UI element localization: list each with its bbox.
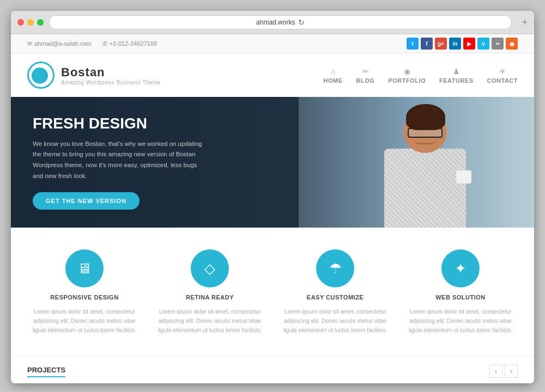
- browser-titlebar: ahmad.works ↻ +: [11, 11, 534, 34]
- customize-icon: ☂: [316, 249, 354, 287]
- projects-section: PROJECTS ‹ ›: [11, 356, 534, 383]
- person-shirt: [384, 149, 466, 228]
- youtube-icon[interactable]: ▶: [463, 38, 475, 50]
- projects-next-button[interactable]: ›: [505, 365, 518, 378]
- nav-contact-label: CONTACT: [487, 77, 518, 84]
- top-bar: ✉ ahmad@a-salah.com ✆ +2-012-24627169 t …: [11, 34, 534, 53]
- projects-prev-button[interactable]: ‹: [489, 365, 502, 378]
- hero-cta-button[interactable]: GET THE NEW VERSION: [33, 192, 140, 210]
- pinterest-icon[interactable]: ••: [492, 38, 504, 50]
- person-smile: [414, 139, 436, 144]
- customize-title: EASY CUSTOMIZE: [307, 294, 364, 301]
- nav-contact[interactable]: ✈ CONTACT: [487, 67, 518, 84]
- responsive-desc: Lorem ipsum dolor sit amet, consectetur …: [27, 307, 142, 334]
- coffee-cup: [456, 170, 471, 183]
- email-icon: ✉: [27, 40, 32, 47]
- vimeo-icon[interactable]: v: [477, 38, 489, 50]
- googleplus-icon[interactable]: g+: [435, 38, 447, 50]
- feature-retina: ◇ RETINA READY Lorem ipsum dolor sit ame…: [153, 249, 267, 334]
- hero-title: FRESH DESIGN: [33, 115, 277, 132]
- websolution-title: WEB SOLUTION: [435, 294, 486, 301]
- minimize-button[interactable]: [27, 19, 34, 26]
- url-text: ahmad.works: [256, 19, 295, 26]
- feature-customize: ☂ EASY CUSTOMIZE Lorem ipsum dolor sit a…: [278, 249, 392, 334]
- nav-home[interactable]: ⌂ HOME: [324, 67, 343, 84]
- portfolio-icon: ◉: [404, 67, 410, 76]
- brand-name: Bostan: [61, 65, 161, 79]
- feature-responsive: 🖥 RESPONSIVE DESIGN Lorem ipsum dolor si…: [27, 249, 142, 334]
- site-header: Bostan Amazing Wordpress Business Theme …: [11, 53, 534, 97]
- logo-icon-inner: [32, 68, 48, 84]
- hero-description: We know you love Bostan, that's why we w…: [33, 139, 207, 181]
- blog-icon: ✏: [362, 67, 369, 76]
- browser-window: ahmad.works ↻ + ✉ ahmad@a-salah.com ✆ +2…: [11, 11, 534, 383]
- home-icon: ⌂: [331, 67, 335, 76]
- address-bar[interactable]: ahmad.works ↻: [49, 15, 512, 29]
- rss-icon[interactable]: ◉: [506, 38, 518, 50]
- nav-portfolio-label: PORTFOLIO: [388, 77, 426, 84]
- features-icon: ♟: [453, 67, 460, 76]
- projects-navigation: ‹ ›: [489, 365, 518, 378]
- brand-tagline: Amazing Wordpress Business Theme: [61, 79, 161, 85]
- responsive-icon: 🖥: [65, 249, 104, 287]
- phone-icon: ✆: [102, 40, 107, 47]
- website-content: ✉ ahmad@a-salah.com ✆ +2-012-24627169 t …: [11, 34, 534, 383]
- responsive-title: RESPONSIVE DESIGN: [50, 294, 118, 301]
- nav-blog-label: BLOG: [356, 77, 375, 84]
- contact-info: ✉ ahmad@a-salah.com ✆ +2-012-24627169: [27, 40, 157, 47]
- nav-features[interactable]: ♟ FEATURES: [439, 67, 473, 84]
- retina-desc: Lorem ipsum dolor sit amet, consectetur …: [153, 307, 267, 334]
- nav-features-label: FEATURES: [439, 77, 473, 84]
- person-hair: [406, 104, 445, 130]
- twitter-icon[interactable]: t: [407, 38, 419, 50]
- email-info: ✉ ahmad@a-salah.com: [27, 40, 92, 47]
- contact-icon: ✈: [499, 67, 506, 76]
- websolution-desc: Lorem ipsum dolor sit amet, consectetur …: [403, 307, 518, 334]
- retina-icon: ◇: [191, 249, 229, 287]
- refresh-icon[interactable]: ↻: [298, 18, 305, 27]
- nav-home-label: HOME: [324, 77, 343, 84]
- logo-area: Bostan Amazing Wordpress Business Theme: [27, 62, 161, 89]
- websolution-icon: ✦: [441, 249, 480, 287]
- hero-person: [332, 97, 518, 228]
- feature-websolution: ✦ WEB SOLUTION Lorem ipsum dolor sit ame…: [403, 249, 518, 334]
- retina-title: RETINA READY: [186, 294, 234, 301]
- projects-label: PROJECTS: [27, 366, 65, 377]
- close-button[interactable]: [17, 19, 24, 26]
- customize-desc: Lorem ipsum dolor sit amet, consectetur …: [278, 307, 392, 334]
- features-grid: 🖥 RESPONSIVE DESIGN Lorem ipsum dolor si…: [27, 249, 518, 334]
- person-figure: [376, 100, 474, 228]
- nav-blog[interactable]: ✏ BLOG: [356, 67, 375, 84]
- main-nav: ⌂ HOME ✏ BLOG ◉ PORTFOLIO ♟ FEATURES ✈: [324, 67, 518, 84]
- hero-overlay: FRESH DESIGN We know you love Bostan, th…: [11, 97, 299, 228]
- phone-number: +2-012-24627169: [110, 40, 157, 47]
- nav-portfolio[interactable]: ◉ PORTFOLIO: [388, 67, 426, 84]
- facebook-icon[interactable]: f: [421, 38, 433, 50]
- hero-section: FRESH DESIGN We know you love Bostan, th…: [11, 97, 534, 228]
- phone-info: ✆ +2-012-24627169: [102, 40, 157, 47]
- features-section: 🖥 RESPONSIVE DESIGN Lorem ipsum dolor si…: [11, 228, 534, 356]
- browser-dots: [17, 19, 44, 26]
- new-tab-button[interactable]: +: [522, 17, 528, 28]
- email-address: ahmad@a-salah.com: [34, 40, 92, 47]
- logo-text: Bostan Amazing Wordpress Business Theme: [61, 65, 161, 85]
- maximize-button[interactable]: [37, 19, 44, 26]
- logo-icon: [27, 62, 55, 89]
- social-icons: t f g+ in ▶ v •• ◉: [407, 38, 518, 50]
- linkedin-icon[interactable]: in: [449, 38, 461, 50]
